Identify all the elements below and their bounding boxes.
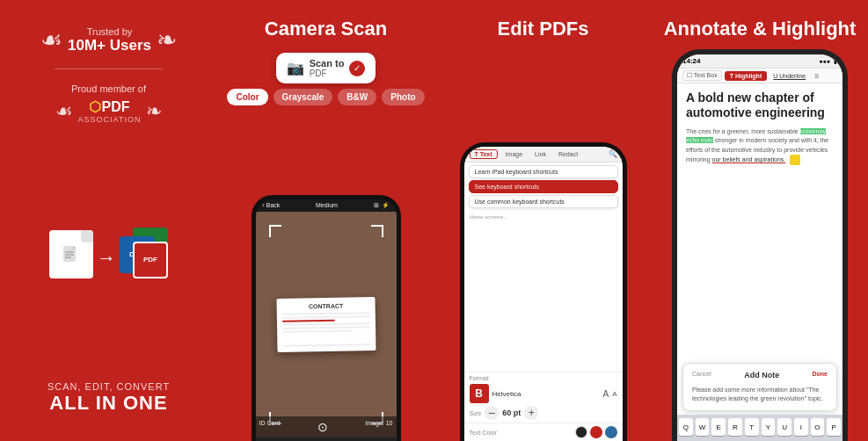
annotate-screen: 14:24 ●●● ▮ ☐ Text Box T Highlight U Und…: [677, 54, 842, 441]
color-swatch-red[interactable]: [590, 426, 602, 438]
phone-topbar-2: ‹ Back Medium ⊞ ⚡: [256, 199, 397, 212]
all-in-one-label: ALL IN ONE: [47, 392, 170, 415]
contract-line-2: [281, 315, 369, 319]
color-option-bw[interactable]: B&W: [338, 89, 376, 105]
color-swatch-blue[interactable]: [605, 426, 617, 438]
edit-topbar: T Text Image Link Redact 🔍: [464, 147, 623, 163]
redact-btn[interactable]: Redact: [554, 150, 582, 158]
body-content: The cries for a greener, more sustainabl…: [686, 127, 834, 166]
contract-line-red: [281, 320, 334, 322]
key-y[interactable]: Y: [762, 418, 776, 436]
bold-format-btn[interactable]: B: [470, 384, 489, 403]
color-swatch-black[interactable]: [575, 426, 587, 438]
note-done-btn[interactable]: Done: [812, 371, 828, 382]
contract-title: CONTRACT: [281, 302, 369, 310]
pdf-label: PDF: [310, 69, 345, 78]
contract-paper: CONTRACT: [276, 297, 376, 352]
contract-lines: [281, 312, 370, 347]
sticky-note-icon[interactable]: [790, 155, 800, 165]
key-w[interactable]: W: [696, 418, 710, 436]
color-option-photo[interactable]: Photo: [382, 89, 424, 105]
note-content-text: Please add some more information about "…: [692, 386, 828, 403]
key-o[interactable]: O: [811, 418, 825, 436]
scan-file-icon: [49, 230, 93, 278]
divider: [55, 69, 164, 69]
suggestion-3[interactable]: Use common keyboard shortcuts: [469, 195, 618, 208]
panel-camera-scan: Camera Scan 📷 Scan to PDF ✓ Color Graysc…: [217, 0, 434, 441]
contract-line-1: [281, 312, 369, 315]
keyboard-row: Q W E R T Y U I O P: [677, 415, 842, 441]
flash-icon[interactable]: ⚡: [382, 202, 390, 209]
note-popup-header: Cancel Add Note Done: [692, 371, 828, 382]
document-heading: A bold new chapter of automotive enginee…: [686, 90, 834, 120]
suggestion-2-highlighted[interactable]: See keyboard shortcuts: [469, 180, 618, 193]
highlight-tool-btn[interactable]: T Highlight: [725, 71, 768, 81]
phone-display-4: 14:24 ●●● ▮ ☐ Text Box T Highlight U Und…: [652, 49, 868, 441]
check-icon: ✓: [349, 61, 365, 76]
size-decrease-btn[interactable]: −: [485, 406, 499, 420]
document-scan-svg: [61, 243, 82, 264]
scan-to-pdf-badge[interactable]: 📷 Scan to PDF ✓: [276, 53, 376, 83]
key-e[interactable]: E: [711, 418, 726, 436]
suggestions-area: Learn iPad keyboard shortcuts See keyboa…: [464, 163, 623, 211]
pdf-logo: ⬡PDF: [89, 98, 129, 115]
text-tool-btn[interactable]: T Text: [470, 149, 498, 159]
shutter-btn[interactable]: ⊙: [317, 420, 328, 434]
scan-corner-tl: [269, 225, 281, 237]
color-option-grayscale[interactable]: Grayscale: [274, 89, 333, 105]
pdf-right-laurel-icon: ❧: [146, 102, 162, 121]
font-size-value: 60 pt: [502, 408, 521, 417]
font-size-superscript-a: A: [602, 389, 609, 399]
member-label: Proud member of: [71, 83, 146, 94]
back-btn[interactable]: ‹ Back: [263, 202, 281, 209]
key-u[interactable]: U: [777, 418, 791, 436]
key-r[interactable]: R: [728, 418, 742, 436]
image-btn[interactable]: Image: [501, 150, 527, 158]
trusted-count: 10M+ Users: [68, 37, 151, 54]
pdf-content-area: Home screens...: [464, 211, 623, 372]
camera-icon: 📷: [287, 60, 304, 76]
color-swatches: [575, 426, 617, 438]
trust-badge-section: ☙ Trusted by 10M+ Users ❧ Proud member o…: [40, 26, 177, 124]
topbar-icons: ⊞ ⚡: [374, 202, 390, 209]
underline-tool-btn[interactable]: U Underline: [770, 71, 809, 81]
time-display: 14:24: [682, 57, 815, 65]
font-size-row: Size − 60 pt +: [470, 406, 617, 420]
strikethrough-btn[interactable]: S: [812, 72, 821, 80]
scan-corner-tr: [371, 225, 383, 237]
annotate-title: Annotate & Highlight: [664, 18, 857, 40]
contract-line-5: [282, 329, 353, 332]
pdf-text: ⬡PDF: [89, 98, 129, 115]
font-size-subscript-a: A: [612, 390, 616, 398]
crop-icon[interactable]: ⊞: [374, 202, 379, 209]
font-name: Helvetica: [492, 390, 600, 398]
laurel-wrapper: ☙ Trusted by 10M+ Users ❧: [40, 26, 177, 54]
key-p[interactable]: P: [827, 418, 841, 436]
body-text-preview: Home screens...: [470, 214, 617, 220]
suggestion-1[interactable]: Learn iPad keyboard shortcuts: [469, 165, 618, 178]
color-option-color[interactable]: Color: [227, 89, 267, 105]
phone-frame-2: ‹ Back Medium ⊞ ⚡ CONTRACT: [252, 195, 401, 441]
contract-line-4: [282, 326, 370, 329]
left-laurel-icon: ☙: [40, 28, 62, 53]
phone-display-3: T Text Image Link Redact 🔍 Learn iPad ke…: [434, 53, 652, 441]
search-icon[interactable]: 🔍: [609, 150, 617, 158]
pdf-association-badge: Proud member of ☙ ⬡PDF association ❧: [55, 83, 163, 124]
text-box-btn[interactable]: ☐ Text Box: [682, 70, 722, 81]
link-btn[interactable]: Link: [530, 150, 551, 158]
phone-display-2: ‹ Back Medium ⊞ ⚡ CONTRACT: [217, 114, 434, 441]
panel-intro: ☙ Trusted by 10M+ Users ❧ Proud member o…: [0, 0, 217, 441]
panel-annotate: Annotate & Highlight 14:24 ●●● ▮ ☐ Text …: [652, 0, 868, 441]
add-note-popup: Cancel Add Note Done Please add some mor…: [682, 363, 837, 411]
camera-scan-title: Camera Scan: [256, 18, 396, 40]
key-t[interactable]: T: [745, 418, 759, 436]
key-i[interactable]: I: [794, 418, 808, 436]
note-cancel-btn[interactable]: Cancel: [692, 371, 711, 382]
arrow-icon: →: [97, 247, 116, 270]
edit-screen: T Text Image Link Redact 🔍 Learn iPad ke…: [464, 147, 623, 441]
scan-edit-label: SCAN, EDIT, CONVERT: [47, 381, 170, 392]
card-label: ID Card: [259, 420, 281, 434]
key-q[interactable]: Q: [679, 418, 693, 436]
size-increase-btn[interactable]: +: [524, 406, 538, 420]
contract-line-6: [282, 343, 370, 347]
